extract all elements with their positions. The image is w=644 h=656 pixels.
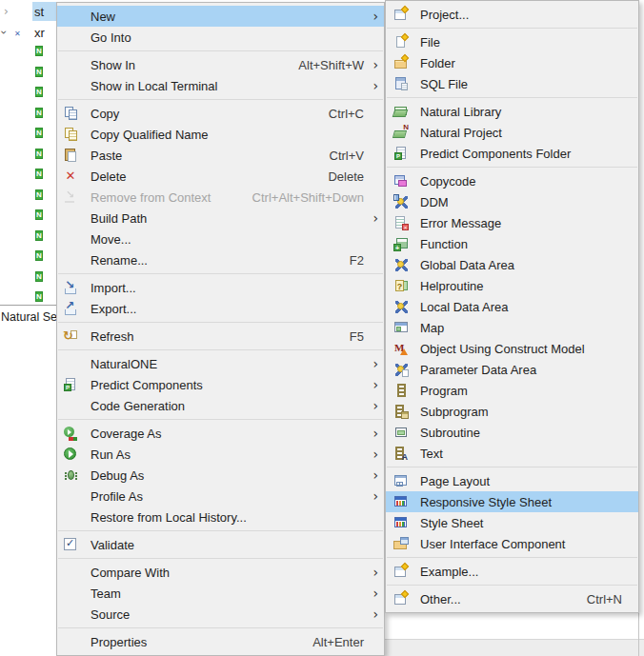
- tree-item-natural-object[interactable]: [35, 227, 54, 246]
- menu-item-paste[interactable]: PasteCtrl+V: [57, 145, 384, 166]
- menu-item-other[interactable]: Other...Ctrl+N: [386, 588, 638, 609]
- natural-object-icon: [35, 165, 50, 179]
- tree-item-natural-object[interactable]: [35, 288, 54, 306]
- menu-item-shortcut: Alt+Enter: [295, 635, 364, 649]
- tree-item-natural-object[interactable]: [35, 124, 54, 143]
- tree-item-natural-object[interactable]: [35, 63, 54, 82]
- menu-item-label: Show in Local Terminal: [91, 79, 217, 93]
- menu-item-new[interactable]: New›: [57, 6, 384, 27]
- menu-item-predict-components-folder[interactable]: Predict Components Folder: [386, 143, 638, 164]
- menu-item-ddm[interactable]: DDM: [386, 191, 638, 212]
- menu-item-show-in[interactable]: Show InAlt+Shift+W›: [57, 54, 384, 75]
- tree-item-natural-object[interactable]: [35, 186, 54, 205]
- menu-item-refresh[interactable]: RefreshF5: [57, 326, 384, 347]
- menu-item-responsive-style-sheet[interactable]: Responsive Style Sheet: [386, 491, 638, 512]
- menu-item-source[interactable]: Source›: [57, 604, 384, 625]
- menu-item-naturalone[interactable]: NaturalONE›: [57, 353, 384, 374]
- menu-item-project[interactable]: Project...: [386, 4, 638, 25]
- menu-item-helproutine[interactable]: Helproutine: [386, 275, 638, 296]
- menu-item-object-using-construct-model[interactable]: Object Using Construct Model: [386, 338, 638, 359]
- menu-item-label: Function: [420, 237, 468, 251]
- tree-item-natural-object[interactable]: [35, 165, 54, 184]
- menu-item-copy[interactable]: CopyCtrl+C: [57, 103, 384, 124]
- menu-separator: [58, 558, 383, 559]
- predict-components-icon: [63, 377, 78, 392]
- menu-item-export[interactable]: Export...: [57, 298, 384, 319]
- menu-item-code-generation[interactable]: Code Generation›: [57, 395, 384, 416]
- menu-item-go-into[interactable]: Go Into: [57, 27, 384, 48]
- menu-item-user-interface-component[interactable]: User Interface Component: [386, 533, 638, 554]
- menu-item-label: Program: [420, 384, 468, 398]
- menu-item-coverage-as[interactable]: Coverage As›: [57, 423, 384, 444]
- menu-item-program[interactable]: Program: [386, 380, 638, 401]
- tree-item-natural-object[interactable]: [35, 145, 54, 164]
- menu-item-local-data-area[interactable]: Local Data Area: [386, 296, 638, 317]
- menu-item-build-path[interactable]: Build Path›: [57, 208, 384, 229]
- tree-item-natural-object[interactable]: [35, 83, 54, 102]
- natural-object-icon: [35, 63, 50, 77]
- menu-item-rename[interactable]: Rename...F2: [57, 249, 384, 270]
- menu-item-run-as[interactable]: Run As›: [57, 444, 384, 465]
- menu-item-label: Example...: [420, 565, 478, 579]
- menu-item-label: Copy: [91, 107, 119, 121]
- menu-item-copy-qualified-name[interactable]: Copy Qualified Name: [57, 124, 384, 145]
- menu-item-error-message[interactable]: Error Message: [386, 212, 638, 233]
- menu-item-page-layout[interactable]: Page Layout: [386, 470, 638, 491]
- natural-object-icon: [35, 186, 50, 200]
- icon-placeholder: [63, 30, 78, 45]
- menu-item-debug-as[interactable]: Debug As›: [57, 465, 384, 486]
- menu-item-natural-library[interactable]: Natural Library: [386, 101, 638, 122]
- menu-item-label: Local Data Area: [420, 300, 509, 314]
- menu-item-predict-components[interactable]: Predict Components›: [57, 374, 384, 395]
- menu-item-label: Subroutine: [420, 426, 480, 440]
- xml-launch-icon: [14, 25, 30, 40]
- menu-item-subroutine[interactable]: Subroutine: [386, 422, 638, 443]
- menu-item-file[interactable]: File: [386, 31, 638, 52]
- menu-separator: [58, 349, 383, 350]
- menu-item-example[interactable]: Example...: [386, 561, 638, 582]
- menu-item-label: Move...: [91, 232, 131, 247]
- menu-item-move[interactable]: Move...: [57, 229, 384, 249]
- menu-item-compare-with[interactable]: Compare With›: [57, 562, 384, 583]
- menu-item-map[interactable]: Map: [386, 317, 638, 338]
- menu-item-folder[interactable]: Folder: [386, 52, 638, 73]
- menu-item-label: Import...: [91, 281, 136, 295]
- menu-item-function[interactable]: Function: [386, 233, 638, 254]
- menu-item-restore-from-local-history[interactable]: Restore from Local History...: [57, 507, 384, 527]
- coverage-icon: [63, 426, 78, 441]
- menu-item-subprogram[interactable]: Subprogram: [386, 401, 638, 422]
- tree-item-st[interactable]: ›st: [0, 2, 59, 22]
- menu-item-import[interactable]: Import...: [57, 277, 384, 298]
- menu-item-label: Source: [91, 607, 130, 622]
- menu-item-style-sheet[interactable]: Style Sheet: [386, 512, 638, 533]
- tree-item-natural-object[interactable]: [35, 247, 54, 266]
- expander-expanded-icon[interactable]: ›: [0, 30, 10, 35]
- menu-item-team[interactable]: Team›: [57, 583, 384, 604]
- menu-item-global-data-area[interactable]: Global Data Area: [386, 254, 638, 275]
- text-icon: [393, 446, 409, 461]
- icon-placeholder: [63, 231, 78, 247]
- menu-item-remove-from-context[interactable]: Remove from ContextCtrl+Alt+Shift+Down: [57, 187, 384, 208]
- menu-item-natural-project[interactable]: Natural Project: [386, 122, 638, 143]
- expander-collapsed-icon[interactable]: ›: [4, 5, 9, 18]
- menu-item-text[interactable]: Text: [386, 443, 638, 464]
- menu-item-parameter-data-area[interactable]: Parameter Data Area: [386, 359, 638, 380]
- tree-item-natural-object[interactable]: [35, 206, 54, 225]
- tree-item-natural-object[interactable]: [35, 268, 54, 287]
- menu-item-label: Properties: [91, 635, 147, 649]
- view-tab[interactable]: Natural Ser: [0, 305, 56, 330]
- menu-item-properties[interactable]: PropertiesAlt+Enter: [57, 631, 384, 652]
- menu-item-copycode[interactable]: Copycode: [386, 170, 638, 191]
- new-submenu: Project...FileFolderSQL FileNatural Libr…: [385, 0, 639, 613]
- menu-item-sql-file[interactable]: SQL File: [386, 73, 638, 94]
- menu-item-delete[interactable]: DeleteDelete: [57, 166, 384, 187]
- tree-item-xr[interactable]: ›xr: [0, 23, 59, 43]
- menu-item-profile-as[interactable]: Profile As›: [57, 486, 384, 507]
- menu-item-show-in-local-terminal[interactable]: Show in Local Terminal›: [57, 75, 384, 96]
- tree-item-natural-object[interactable]: [35, 104, 54, 123]
- submenu-arrow-icon: ›: [368, 604, 378, 625]
- menu-item-label: Page Layout: [420, 474, 490, 488]
- responsive-style-sheet-icon: [393, 494, 409, 509]
- tree-item-natural-object[interactable]: [35, 42, 54, 61]
- menu-item-validate[interactable]: Validate: [57, 534, 384, 555]
